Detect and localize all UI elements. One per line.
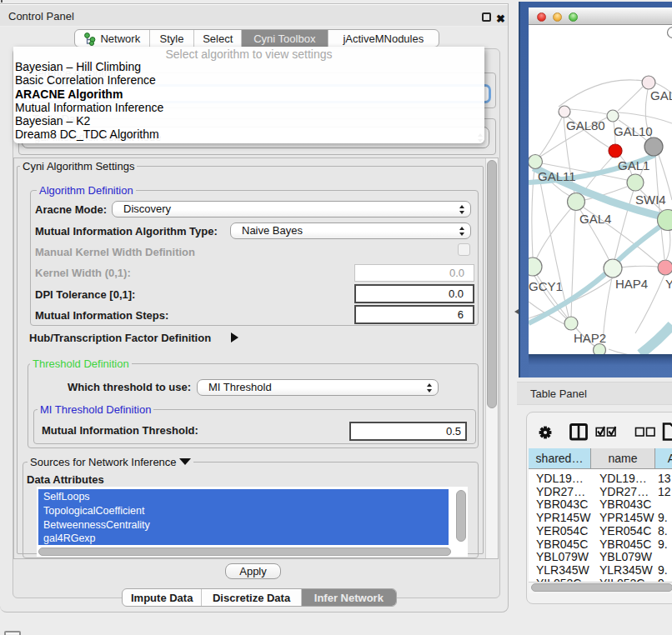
svg-text:HAP2: HAP2 bbox=[574, 331, 606, 345]
svg-text:GAL7: GAL7 bbox=[650, 88, 672, 102]
svg-text:SWI4: SWI4 bbox=[635, 192, 666, 207]
svg-text:GAL10: GAL10 bbox=[614, 124, 653, 138]
svg-text:GAL4: GAL4 bbox=[579, 212, 611, 226]
svg-text:GAL80: GAL80 bbox=[566, 118, 605, 132]
svg-text:YB: YB bbox=[665, 277, 672, 291]
svg-text:GCY1: GCY1 bbox=[529, 279, 563, 293]
svg-text:HAP4: HAP4 bbox=[615, 277, 648, 291]
svg-text:GAL1: GAL1 bbox=[618, 158, 649, 172]
svg-text:GAL11: GAL11 bbox=[538, 169, 576, 183]
